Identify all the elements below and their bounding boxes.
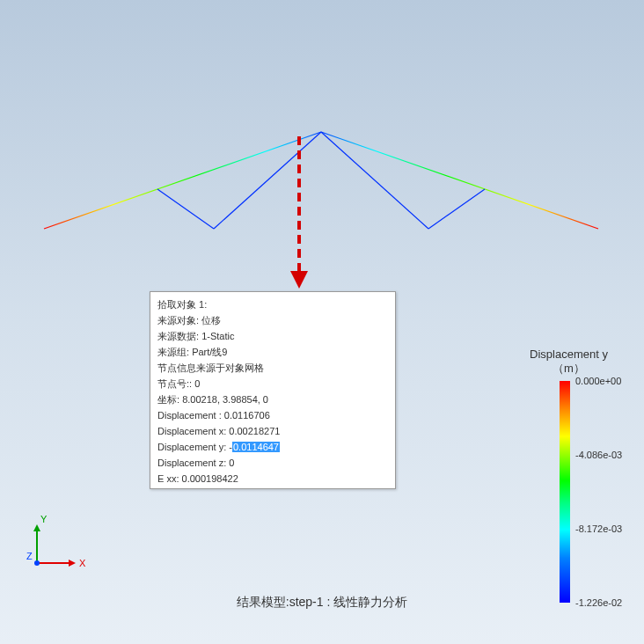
legend-colorbar [560,381,570,603]
viewport-3d[interactable]: 拾取对象 1: 来源对象: 位移 来源数据: 1-Static 来源组: Par… [0,0,644,644]
axis-y-label: Y [40,514,48,524]
info-displacement: Displacement : 0.0116706 [157,407,388,423]
svg-line-5 [321,132,428,229]
axis-z-label: Z [26,551,33,561]
info-exx: E xx: 0.000198422 [157,471,388,487]
svg-marker-11 [69,560,76,567]
legend-ticks: 0.000e+00 -4.086e-03 -8.172e-03 -1.226e-… [570,381,626,603]
info-displacement-x: Displacement x: 0.00218271 [157,423,388,439]
info-source-group: 来源组: Part/线9 [157,344,388,360]
svg-line-3 [321,132,598,229]
axis-x-label: X [79,558,86,568]
svg-line-7 [428,189,485,229]
info-source-object: 来源对象: 位移 [157,312,388,328]
pick-info-tooltip: 拾取对象 1: 来源对象: 位移 来源数据: 1-Static 来源组: Par… [150,291,396,489]
info-header: 拾取对象 1: [157,296,388,312]
displacement-arrow [273,132,326,290]
info-displacement-y: Displacement y: -0.0114647 [157,439,388,455]
info-coord: 坐标: 8.00218, 3.98854, 0 [157,392,388,407]
axis-triad: X Y Z [26,512,88,574]
info-node-id: 节点号:: 0 [157,376,388,392]
result-model-label: 结果模型:step-1 : 线性静力分析 [0,595,644,611]
info-source-data: 来源数据: 1-Static [157,328,388,344]
info-exy: E xy: 0 [157,487,388,489]
svg-point-14 [34,560,40,566]
highlighted-value: 0.0114647 [232,442,280,452]
svg-marker-13 [33,524,40,531]
info-mesh-note: 节点信息来源于对象网格 [157,360,388,376]
color-legend: Displacement y （m） 0.000e+00 -4.086e-03 … [509,348,628,603]
svg-line-6 [157,189,214,229]
info-displacement-z: Displacement z: 0 [157,455,388,471]
legend-title: Displacement y （m） [509,348,628,376]
svg-marker-9 [290,271,308,289]
